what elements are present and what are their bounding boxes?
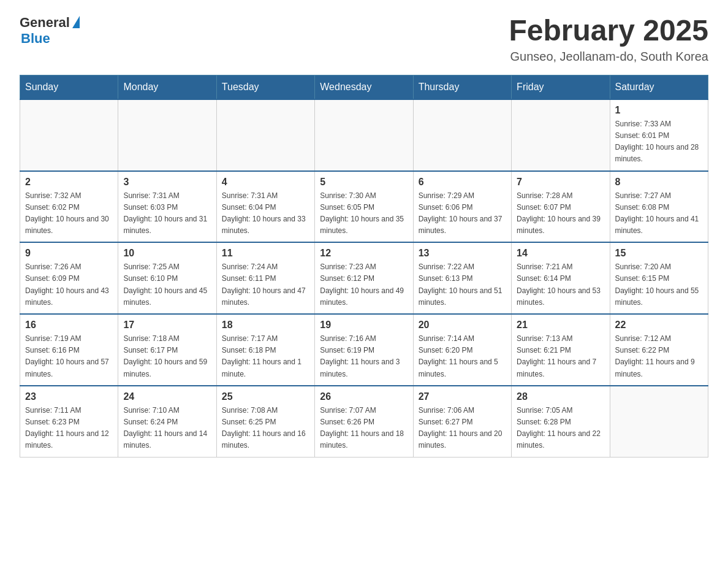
day-number: 16 (25, 320, 113, 331)
day-info: Sunrise: 7:31 AMSunset: 6:03 PMDaylight:… (123, 190, 211, 237)
day-info: Sunrise: 7:10 AMSunset: 6:24 PMDaylight:… (123, 405, 211, 452)
day-info: Sunrise: 7:13 AMSunset: 6:21 PMDaylight:… (517, 333, 604, 380)
day-info: Sunrise: 7:06 AMSunset: 6:27 PMDaylight:… (419, 405, 506, 452)
calendar-cell: 23Sunrise: 7:11 AMSunset: 6:23 PMDayligh… (20, 386, 118, 457)
calendar-cell (118, 99, 216, 171)
calendar-cell: 6Sunrise: 7:29 AMSunset: 6:06 PMDaylight… (413, 171, 511, 243)
day-number: 26 (320, 391, 408, 402)
day-number: 14 (517, 248, 604, 259)
day-info: Sunrise: 7:21 AMSunset: 6:14 PMDaylight:… (517, 261, 604, 308)
calendar-cell (20, 99, 118, 171)
day-info: Sunrise: 7:22 AMSunset: 6:13 PMDaylight:… (419, 261, 506, 308)
calendar-week-row: 16Sunrise: 7:19 AMSunset: 6:16 PMDayligh… (20, 314, 708, 386)
day-number: 1 (615, 105, 703, 116)
calendar-cell: 2Sunrise: 7:32 AMSunset: 6:02 PMDaylight… (20, 171, 118, 243)
day-number: 6 (419, 177, 506, 188)
calendar-cell: 24Sunrise: 7:10 AMSunset: 6:24 PMDayligh… (118, 386, 216, 457)
day-number: 3 (123, 177, 211, 188)
calendar-cell: 18Sunrise: 7:17 AMSunset: 6:18 PMDayligh… (216, 314, 314, 386)
calendar-cell: 8Sunrise: 7:27 AMSunset: 6:08 PMDaylight… (610, 171, 708, 243)
calendar-cell: 19Sunrise: 7:16 AMSunset: 6:19 PMDayligh… (315, 314, 413, 386)
day-info: Sunrise: 7:07 AMSunset: 6:26 PMDaylight:… (320, 405, 408, 452)
calendar-cell (413, 99, 511, 171)
calendar-cell: 16Sunrise: 7:19 AMSunset: 6:16 PMDayligh… (20, 314, 118, 386)
day-number: 9 (25, 248, 113, 259)
day-info: Sunrise: 7:08 AMSunset: 6:25 PMDaylight:… (222, 405, 309, 452)
calendar-subtitle: Gunseo, Jeollanam-do, South Korea (509, 50, 708, 64)
calendar-cell: 25Sunrise: 7:08 AMSunset: 6:25 PMDayligh… (216, 386, 314, 457)
calendar-week-row: 9Sunrise: 7:26 AMSunset: 6:09 PMDaylight… (20, 242, 708, 314)
day-number: 12 (320, 248, 408, 259)
calendar-cell: 17Sunrise: 7:18 AMSunset: 6:17 PMDayligh… (118, 314, 216, 386)
calendar-table: SundayMondayTuesdayWednesdayThursdayFrid… (20, 75, 708, 458)
calendar-cell: 10Sunrise: 7:25 AMSunset: 6:10 PMDayligh… (118, 242, 216, 314)
calendar-week-row: 23Sunrise: 7:11 AMSunset: 6:23 PMDayligh… (20, 386, 708, 457)
day-info: Sunrise: 7:31 AMSunset: 6:04 PMDaylight:… (222, 190, 309, 237)
day-of-week-header: Sunday (20, 75, 118, 99)
day-number: 10 (123, 248, 211, 259)
page-header: General Blue February 2025 Gunseo, Jeoll… (20, 15, 708, 64)
calendar-cell: 12Sunrise: 7:23 AMSunset: 6:12 PMDayligh… (315, 242, 413, 314)
day-number: 15 (615, 248, 703, 259)
day-info: Sunrise: 7:12 AMSunset: 6:22 PMDaylight:… (615, 333, 703, 380)
calendar-cell: 27Sunrise: 7:06 AMSunset: 6:27 PMDayligh… (413, 386, 511, 457)
day-of-week-header: Thursday (413, 75, 511, 99)
title-block: February 2025 Gunseo, Jeollanam-do, Sout… (509, 15, 708, 64)
day-info: Sunrise: 7:23 AMSunset: 6:12 PMDaylight:… (320, 261, 408, 308)
day-info: Sunrise: 7:30 AMSunset: 6:05 PMDaylight:… (320, 190, 408, 237)
day-info: Sunrise: 7:27 AMSunset: 6:08 PMDaylight:… (615, 190, 703, 237)
logo-triangle-icon (72, 16, 80, 28)
day-info: Sunrise: 7:32 AMSunset: 6:02 PMDaylight:… (25, 190, 113, 237)
calendar-cell: 3Sunrise: 7:31 AMSunset: 6:03 PMDaylight… (118, 171, 216, 243)
logo-blue-text: Blue (21, 31, 50, 47)
day-number: 21 (517, 320, 604, 331)
day-number: 7 (517, 177, 604, 188)
day-info: Sunrise: 7:05 AMSunset: 6:28 PMDaylight:… (517, 405, 604, 452)
calendar-cell: 15Sunrise: 7:20 AMSunset: 6:15 PMDayligh… (610, 242, 708, 314)
day-number: 24 (123, 391, 211, 402)
day-of-week-header: Saturday (610, 75, 708, 99)
day-info: Sunrise: 7:33 AMSunset: 6:01 PMDaylight:… (615, 118, 703, 166)
calendar-cell: 11Sunrise: 7:24 AMSunset: 6:11 PMDayligh… (216, 242, 314, 314)
logo-general-text: General (20, 15, 70, 31)
day-info: Sunrise: 7:19 AMSunset: 6:16 PMDaylight:… (25, 333, 113, 380)
day-of-week-header: Monday (118, 75, 216, 99)
day-info: Sunrise: 7:11 AMSunset: 6:23 PMDaylight:… (25, 405, 113, 452)
day-number: 13 (419, 248, 506, 259)
day-number: 4 (222, 177, 309, 188)
day-number: 22 (615, 320, 703, 331)
calendar-cell: 9Sunrise: 7:26 AMSunset: 6:09 PMDaylight… (20, 242, 118, 314)
calendar-cell: 7Sunrise: 7:28 AMSunset: 6:07 PMDaylight… (512, 171, 610, 243)
day-info: Sunrise: 7:16 AMSunset: 6:19 PMDaylight:… (320, 333, 408, 380)
day-number: 20 (419, 320, 506, 331)
calendar-cell: 13Sunrise: 7:22 AMSunset: 6:13 PMDayligh… (413, 242, 511, 314)
day-number: 17 (123, 320, 211, 331)
calendar-cell (512, 99, 610, 171)
day-number: 25 (222, 391, 309, 402)
calendar-cell (610, 386, 708, 457)
day-number: 2 (25, 177, 113, 188)
day-number: 18 (222, 320, 309, 331)
day-info: Sunrise: 7:18 AMSunset: 6:17 PMDaylight:… (123, 333, 211, 380)
calendar-cell: 28Sunrise: 7:05 AMSunset: 6:28 PMDayligh… (512, 386, 610, 457)
day-number: 5 (320, 177, 408, 188)
day-number: 19 (320, 320, 408, 331)
calendar-week-row: 2Sunrise: 7:32 AMSunset: 6:02 PMDaylight… (20, 171, 708, 243)
calendar-cell (315, 99, 413, 171)
day-number: 23 (25, 391, 113, 402)
calendar-cell: 1Sunrise: 7:33 AMSunset: 6:01 PMDaylight… (610, 99, 708, 171)
calendar-cell: 4Sunrise: 7:31 AMSunset: 6:04 PMDaylight… (216, 171, 314, 243)
day-number: 11 (222, 248, 309, 259)
day-of-week-header: Tuesday (216, 75, 314, 99)
day-number: 8 (615, 177, 703, 188)
calendar-cell: 14Sunrise: 7:21 AMSunset: 6:14 PMDayligh… (512, 242, 610, 314)
calendar-title: February 2025 (509, 15, 708, 47)
calendar-week-row: 1Sunrise: 7:33 AMSunset: 6:01 PMDaylight… (20, 99, 708, 171)
calendar-cell: 20Sunrise: 7:14 AMSunset: 6:20 PMDayligh… (413, 314, 511, 386)
day-number: 28 (517, 391, 604, 402)
calendar-cell: 26Sunrise: 7:07 AMSunset: 6:26 PMDayligh… (315, 386, 413, 457)
day-number: 27 (419, 391, 506, 402)
day-info: Sunrise: 7:28 AMSunset: 6:07 PMDaylight:… (517, 190, 604, 237)
day-of-week-header: Friday (512, 75, 610, 99)
logo: General Blue (20, 15, 80, 47)
